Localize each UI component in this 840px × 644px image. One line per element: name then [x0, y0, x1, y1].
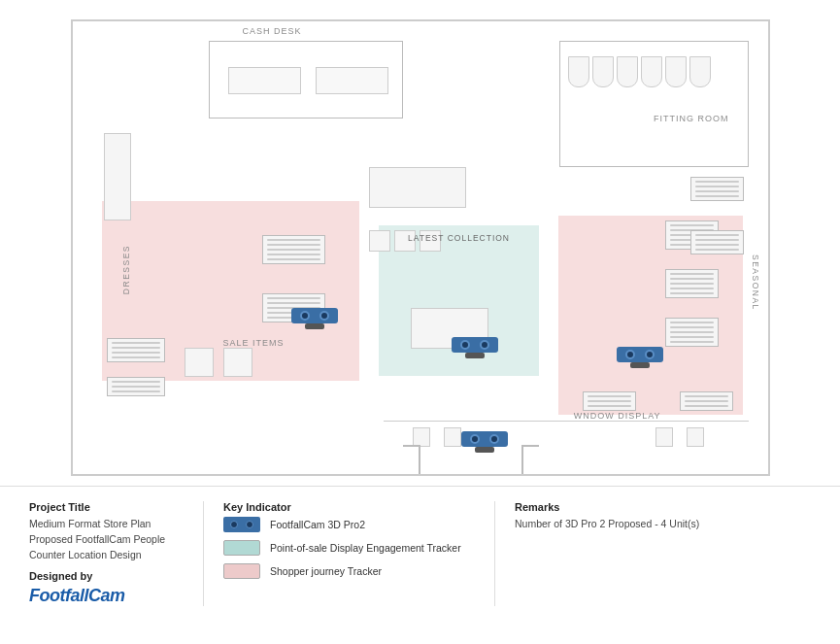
left-tall-rack — [104, 133, 131, 220]
stall-5 — [665, 56, 687, 87]
remarks-title: Remarks — [515, 501, 811, 513]
sale-item-box-2 — [223, 348, 252, 377]
stall-4 — [641, 56, 662, 87]
camera-2-mount — [465, 353, 485, 358]
project-info-column: Project Title Medium Format Store Plan P… — [29, 501, 204, 606]
cash-desk-label: CASH DESK — [243, 26, 302, 36]
dresses-label: DRESSES — [121, 245, 131, 294]
legend-teal-box — [223, 540, 260, 556]
remarks-column: Remarks Number of 3D Pro 2 Proposed - 4 … — [495, 501, 811, 606]
camera-1-lens — [300, 311, 310, 321]
project-title-label: Project Title — [29, 501, 184, 513]
sale-rack-1 — [107, 338, 165, 362]
stall-3 — [617, 56, 638, 87]
wd-stand-3 — [655, 427, 673, 447]
legend-teal-label: Point-of-sale Display Engagement Tracker — [270, 542, 461, 554]
remarks-text: Number of 3D Pro 2 Proposed - 4 Unit(s) — [515, 517, 811, 532]
mid-display-table — [369, 167, 466, 208]
legend-lens-2 — [246, 521, 253, 528]
right-rack-1 — [690, 177, 744, 201]
entrance-gap — [422, 471, 520, 474]
sale-item-box-1 — [185, 348, 214, 377]
wd-stand-1 — [413, 427, 430, 447]
camera-1-lens2 — [319, 311, 329, 321]
sale-rack-2 — [107, 377, 165, 396]
camera-3-mount — [630, 362, 650, 368]
project-title: Medium Format Store Plan Proposed Footfa… — [29, 517, 184, 562]
floorplan-area: CASH DESK FITTING ROOM — [0, 0, 840, 486]
legend-title: Key Indicator — [223, 501, 475, 513]
stall-6 — [689, 56, 711, 87]
camera-1-mount — [305, 323, 324, 329]
cash-counter-right — [316, 67, 388, 94]
fitting-stalls — [568, 56, 711, 87]
seasonal-rack-2 — [665, 269, 719, 298]
legend-lens-1 — [230, 521, 238, 528]
footfallcam-logo: FootfallCam — [29, 586, 184, 606]
camera-2-lens2 — [480, 340, 489, 350]
camera-3 — [617, 347, 663, 368]
floorplan-wrapper: CASH DESK FITTING ROOM — [71, 19, 770, 476]
fitting-room-area — [559, 41, 749, 167]
info-section: Project Title Medium Format Store Plan P… — [0, 486, 840, 621]
wd-rack-left — [583, 391, 636, 411]
camera-4-lens — [470, 434, 480, 444]
camera-3-lens — [625, 350, 635, 359]
camera-3-lens2 — [645, 350, 655, 359]
fitting-room-label: FITTING ROOM — [654, 114, 729, 123]
entrance-left — [403, 445, 420, 474]
camera-4-mount — [475, 447, 494, 453]
window-display-label: WNDOW DISPLAY — [574, 411, 661, 421]
legend-pink-label: Shopper journey Tracker — [270, 565, 382, 577]
legend-camera-label: FootfallCam 3D Pro2 — [270, 519, 365, 530]
wd-stand-2 — [444, 427, 461, 447]
camera-2-lens — [460, 340, 470, 350]
stall-1 — [568, 56, 589, 87]
entrance-right — [521, 445, 539, 474]
dresses-rack-top — [262, 235, 325, 264]
designed-by-label: Designed by — [29, 570, 184, 582]
camera-4-lens2 — [489, 434, 499, 444]
legend-pink-box — [223, 563, 260, 579]
camera-2 — [452, 337, 498, 358]
main-container: CASH DESK FITTING ROOM — [0, 0, 840, 621]
legend-item-pink: Shopper journey Tracker — [223, 563, 475, 579]
seasonal-rack-3 — [665, 318, 719, 347]
latest-collection-label: LATEST COLLECTION — [386, 233, 532, 243]
entrance-right-spacer — [534, 445, 749, 474]
camera-1 — [291, 308, 338, 329]
legend-column: Key Indicator FootfallCam 3D Pro2 Point-… — [204, 501, 495, 606]
sale-items-label: SALE ITEMS — [223, 338, 285, 348]
stall-2 — [592, 56, 614, 87]
wd-stand-4 — [687, 427, 704, 447]
camera-4 — [461, 431, 508, 453]
legend-item-camera: FootfallCam 3D Pro2 — [223, 517, 475, 532]
legend-camera-icon — [223, 517, 260, 532]
legend-item-teal: Point-of-sale Display Engagement Tracker — [223, 540, 475, 556]
cash-counter-left — [228, 67, 301, 94]
right-rack-2 — [690, 230, 744, 254]
seasonal-label: SEASONAL — [751, 254, 760, 311]
wd-rack-right — [680, 391, 733, 411]
